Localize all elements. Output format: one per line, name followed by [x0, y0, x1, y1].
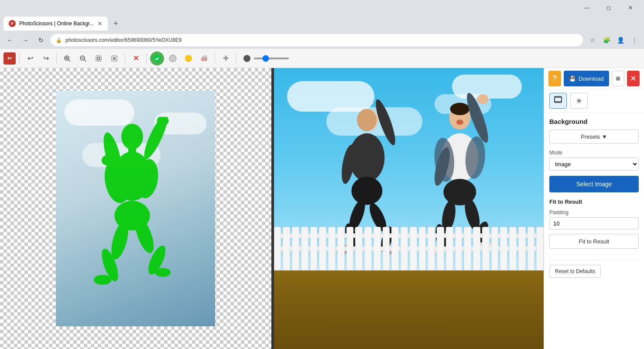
fence-pickets — [274, 227, 544, 270]
extension-button[interactable]: 🧩 — [600, 34, 613, 46]
tab-star[interactable]: ★ — [570, 93, 588, 109]
help-button[interactable]: ? — [548, 71, 561, 86]
fit-to-result-label: Fit to Result — [549, 198, 582, 205]
layers-icon — [554, 96, 562, 106]
mode-label: Mode — [549, 150, 639, 156]
toolbar-separator-1 — [19, 53, 20, 64]
ground — [274, 270, 544, 349]
brush-size-slider[interactable] — [254, 58, 289, 59]
sidebar-content: Background Presets ▼ Mode Color Image Tr… — [544, 113, 644, 349]
right-panel[interactable] — [273, 68, 544, 349]
close-window-button[interactable]: ✕ — [620, 2, 641, 14]
download-label: Download — [579, 75, 604, 82]
svg-point-17 — [121, 124, 143, 150]
brush-size-container — [243, 55, 289, 62]
svg-point-8 — [97, 57, 100, 60]
new-tab-button[interactable]: + — [110, 17, 122, 30]
section-title: Background — [549, 118, 639, 125]
fit-result-button[interactable]: Fit to Result — [549, 234, 639, 249]
active-tab[interactable]: P PhotoScissors | Online Backgr... ✕ — [3, 17, 108, 31]
toolbar-separator-2 — [56, 53, 57, 64]
url-text: photoscissors.com/editor/659690060/5YeDX… — [65, 37, 182, 43]
sky-background — [274, 68, 544, 349]
app-logo: ✂ — [3, 52, 16, 65]
svg-point-45 — [357, 109, 377, 131]
svg-point-31 — [94, 275, 112, 285]
svg-rect-15 — [202, 58, 207, 61]
color-select-button[interactable] — [182, 51, 195, 65]
svg-point-61 — [477, 94, 488, 104]
url-box[interactable]: 🔒 photoscissors.com/editor/659690060/5Ye… — [51, 34, 583, 46]
zoom-out-button[interactable] — [76, 51, 90, 65]
zoom-actual-button[interactable] — [107, 51, 121, 65]
browser-chrome: — ◻ ✕ P PhotoScissors | Online Backgr...… — [0, 0, 644, 49]
svg-marker-16 — [202, 56, 207, 58]
svg-point-32 — [155, 268, 171, 277]
undo-button[interactable]: ↩ — [23, 51, 37, 65]
left-image-container — [56, 91, 215, 326]
download-button[interactable]: 💾 Download — [564, 71, 609, 86]
tab-bar: P PhotoScissors | Online Backgr... ✕ + — [0, 16, 644, 31]
mode-select[interactable]: Color Image Transparent Blur — [549, 157, 639, 171]
zoom-in-button[interactable] — [60, 51, 74, 65]
svg-point-47 — [456, 120, 463, 125]
svg-point-38 — [351, 177, 382, 205]
more-button[interactable]: ⋮ — [628, 34, 641, 46]
app: ✂ ↩ ↪ ✕ — [0, 49, 644, 349]
fence — [274, 227, 544, 270]
green-person-mask — [78, 117, 187, 305]
svg-point-13 — [169, 55, 176, 62]
padding-input[interactable] — [549, 217, 639, 229]
zoom-fit-button[interactable] — [92, 51, 106, 65]
presets-button[interactable]: Presets ▼ — [549, 130, 639, 144]
sidebar-tabs: ★ — [544, 89, 644, 113]
close-icon: ✕ — [630, 74, 637, 83]
remove-brush-button[interactable] — [166, 51, 180, 65]
left-panel[interactable] — [0, 68, 271, 349]
back-button[interactable]: ← — [3, 34, 16, 46]
svg-rect-7 — [96, 56, 101, 61]
clear-button[interactable]: ✕ — [129, 51, 143, 65]
toolbar-separator-4 — [146, 53, 147, 64]
address-bar: ← → ↻ 🔒 photoscissors.com/editor/6596900… — [0, 31, 644, 49]
menu-icon: ≡ — [616, 74, 620, 83]
svg-point-12 — [154, 55, 161, 62]
window-controls: — ◻ ✕ — [577, 2, 641, 14]
svg-point-48 — [450, 103, 469, 115]
title-bar: — ◻ ✕ — [0, 0, 644, 16]
toolbar-separator-6 — [236, 53, 236, 64]
toolbar-separator-5 — [215, 53, 215, 64]
tab-layers[interactable] — [549, 93, 567, 109]
toolbar: ✂ ↩ ↪ ✕ — [0, 49, 644, 68]
tab-title: PhotoScissors | Online Backgr... — [19, 21, 94, 27]
select-image-button[interactable]: Select Image — [549, 176, 639, 192]
divider — [549, 260, 639, 260]
keep-brush-button[interactable] — [150, 51, 164, 65]
main-content: ? 💾 Download ≡ ✕ — [0, 68, 644, 349]
browser-actions: ☆ 🧩 👤 ⋮ — [586, 34, 641, 46]
svg-point-14 — [185, 55, 192, 62]
download-icon: 💾 — [569, 75, 576, 82]
presets-label: Presets ▼ — [581, 133, 607, 140]
reset-defaults-button[interactable]: Reset to Defaults — [549, 265, 601, 278]
close-sidebar-button[interactable]: ✕ — [627, 71, 640, 86]
tab-close-button[interactable]: ✕ — [97, 20, 103, 27]
redo-button[interactable]: ↪ — [39, 51, 53, 65]
lock-icon: 🔒 — [56, 38, 62, 43]
padding-label: Padding — [549, 209, 639, 216]
panel-divider[interactable] — [271, 68, 273, 349]
minimize-button[interactable]: — — [577, 2, 597, 14]
move-tool-button[interactable]: ✛ — [219, 51, 233, 65]
profile-button[interactable]: 👤 — [614, 34, 627, 46]
menu-button[interactable]: ≡ — [612, 71, 624, 86]
svg-point-25 — [102, 155, 112, 165]
star-icon: ★ — [575, 96, 582, 106]
restore-button[interactable]: ◻ — [599, 2, 619, 14]
forward-button[interactable]: → — [19, 34, 31, 46]
eraser-button[interactable] — [197, 51, 211, 65]
refresh-button[interactable]: ↻ — [35, 34, 47, 46]
sidebar: ? 💾 Download ≡ ✕ — [544, 68, 644, 349]
brush-preview — [243, 55, 250, 62]
toolbar-separator-3 — [125, 53, 125, 64]
bookmark-button[interactable]: ☆ — [586, 34, 599, 46]
